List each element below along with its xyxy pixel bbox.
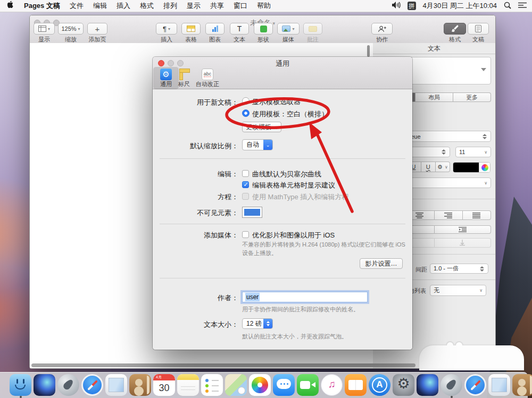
dock-facetime-icon[interactable] [297,374,319,396]
dock-ibooks-icon[interactable] [345,374,367,396]
radio-show-template-chooser-label[interactable]: 显示模板选取器 [252,97,301,107]
underline-wavy-button[interactable]: U [421,162,436,172]
checkbox-bezier-curves[interactable] [242,170,249,177]
notification-center-icon[interactable] [518,2,527,10]
dock-itunes-icon[interactable] [321,374,343,396]
color-wheel-button[interactable] [479,163,490,172]
change-template-button[interactable]: 更改模板… [242,122,281,132]
dock-mail-2-icon[interactable] [488,374,510,396]
dock-maps-icon[interactable] [225,374,247,396]
menu-share[interactable]: 共享 [210,1,224,11]
apple-menu-icon[interactable] [7,1,14,11]
horizontal-scrollbar[interactable] [31,363,415,367]
vertical-scrollbar[interactable] [367,45,370,57]
toolbar-zoom-control[interactable]: 125%▾ 缩放 [58,23,84,44]
lists-select[interactable]: 无∨ [430,285,486,296]
dock-safari-icon[interactable] [81,374,103,396]
running-indicator [20,396,22,398]
checkbox-table-suggestions[interactable] [242,181,249,188]
text-color-well[interactable] [453,162,491,173]
dock-messages-icon[interactable] [273,374,295,396]
toolbar-collaborate-button[interactable]: 协作 [371,23,393,44]
window-toolbar: 未命名 ▾ ▾ 显示 125%▾ 缩放 + 添加页面 ¶▾ 插入 表格 [30,15,495,44]
toolbar-document-button[interactable]: 文稿 [468,23,489,44]
input-method-icon[interactable]: 拼 [408,2,416,10]
invisibles-color-well[interactable] [242,207,262,218]
indent-button[interactable] [435,225,492,234]
checkbox-bezier-curves-label[interactable]: 曲线默认为贝塞尔曲线 [252,170,321,179]
dialog-body: 用于新文稿： 显示模板选取器 使用模板：空白（横排） 更改模板… 默认缩放比例：… [153,89,412,350]
dock-mail-icon[interactable] [105,374,127,396]
toolbar-shape-button[interactable]: 形状 [254,23,273,44]
author-field[interactable]: user [242,292,368,302]
default-zoom-popup[interactable]: 自动⌄ [242,139,273,150]
dock-finder-icon[interactable] [10,374,31,396]
menu-format[interactable]: 格式 [140,1,154,11]
toolbar-format-button[interactable]: 格式 [444,23,466,44]
menu-insert[interactable]: 插入 [117,1,130,11]
dock-launchpad-2-icon[interactable] [440,374,462,396]
pilcrow-icon: ¶ [163,25,167,33]
volume-icon[interactable] [392,2,401,10]
toolbar-chart-button[interactable]: 图表 [205,23,225,44]
checkbox-optimize-ios[interactable] [242,231,249,238]
toolbar-table-button[interactable]: 表格 [181,23,201,44]
insert-break-button[interactable] [435,238,492,248]
menu-clock[interactable]: 4月30日 周二 上午10:04 [423,1,497,11]
menu-edit[interactable]: 编辑 [93,1,107,11]
dock-contacts-icon[interactable] [129,374,151,396]
dock-appstore-icon[interactable] [369,374,390,396]
media-label: 添加媒体： [153,231,238,240]
stepper-icon[interactable] [440,148,446,156]
dock-notes-icon[interactable] [177,374,199,396]
toolbar-media-button[interactable]: ▾ 媒体 [277,23,300,44]
color-swatch-black[interactable] [453,163,479,172]
align-justify-button[interactable] [463,210,491,220]
tab-more[interactable]: 更多 [453,92,491,102]
dock-contacts-2-icon[interactable] [512,374,532,396]
radio-use-template-label[interactable]: 使用模板：空白（横排） [252,109,328,119]
spotlight-icon[interactable] [504,2,511,11]
dock-launchpad-icon[interactable] [57,374,79,396]
movie-settings-button[interactable]: 影片设置… [360,258,403,269]
menu-window[interactable]: 窗口 [234,1,247,11]
checkbox-table-suggestions-label[interactable]: 编辑表格单元格时显示建议 [252,181,335,190]
radio-show-template-chooser[interactable] [242,97,250,105]
menu-help[interactable]: 帮助 [257,1,271,11]
font-size-select[interactable]: 11∨ [455,147,491,157]
checkbox-optimize-ios-label[interactable]: 优化影片和图像以用于 iOS [252,231,335,240]
toolbar-view-button[interactable]: ▾ 显示 [34,23,55,44]
menu-view[interactable]: 显示 [187,1,201,11]
style-dropdown-icon[interactable] [481,68,486,71]
dock-photos-icon[interactable] [249,374,271,396]
table-icon [187,26,195,32]
toolbar-text-button[interactable]: T 文本 [230,23,249,44]
dock-siri-icon[interactable] [34,374,55,396]
general-gear-icon: ⚙ [160,69,172,80]
toolbar-comment-button[interactable]: 批注 [303,23,322,44]
dialog-tab-general[interactable]: ⚙ 通用 [156,69,176,88]
stepper-icon[interactable] [481,133,487,140]
dock-calendar-icon[interactable]: 4月 30 [153,374,175,396]
toolbar-insert-button[interactable]: ¶▾ 插入 [156,23,177,44]
dock-system-preferences-icon[interactable] [393,374,414,396]
comment-icon [309,26,317,32]
radio-use-template[interactable] [242,109,250,117]
stepper-icon[interactable] [479,265,485,273]
tab-layout[interactable]: 布局 [415,92,453,102]
dock-siri-2-icon[interactable] [417,374,438,396]
text-size-stepper[interactable]: 12 磅 [242,318,273,329]
media-caption: 不兼容的影片将转换为 H.264 (1080p) 格式以便它们能够在 iOS 设… [242,240,406,257]
dialog-tab-autocorrect[interactable]: abc 自动改正 [194,69,221,88]
menu-file[interactable]: 文件 [70,1,84,11]
dock-safari-2-icon[interactable] [464,374,486,396]
text-options-gear-button[interactable]: ⚙∨ [436,162,450,172]
line-spacing-select[interactable]: 1.0 - 一倍 [430,264,488,274]
background-window-shape [419,345,524,370]
dock-reminders-icon[interactable] [201,374,223,396]
dialog-tab-rulers[interactable]: 标尺 [176,69,193,88]
menu-app-name[interactable]: Pages 文稿 [24,1,60,11]
align-right-button[interactable] [435,210,463,220]
menu-arrange[interactable]: 排列 [163,1,177,11]
title-chevron-icon[interactable]: ▾ [273,21,276,26]
